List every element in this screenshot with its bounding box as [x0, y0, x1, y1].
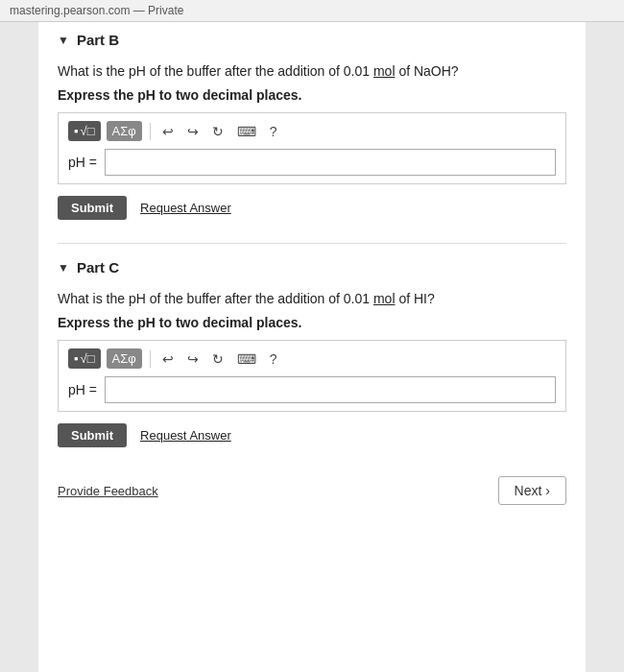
- part-c-keyboard-icon: ⌨: [237, 351, 256, 367]
- provide-feedback-link[interactable]: Provide Feedback: [58, 484, 158, 498]
- part-c-answer-input[interactable]: [105, 376, 556, 403]
- next-button-label: Next: [515, 483, 542, 498]
- part-c-redo-btn[interactable]: ↪: [183, 349, 203, 369]
- part-b-redo-icon: ↪: [187, 124, 199, 139]
- part-b-label: Part B: [77, 32, 119, 48]
- part-b-refresh-icon: ↻: [212, 124, 224, 139]
- part-c-question: What is the pH of the buffer after the a…: [58, 289, 566, 309]
- part-b-undo-btn[interactable]: ↩: [158, 122, 178, 141]
- part-c-help-icon: ?: [270, 351, 277, 367]
- part-c-undo-icon: ↩: [162, 351, 174, 367]
- part-c-matrix-icon: ▪: [74, 351, 79, 366]
- part-c-keyboard-btn[interactable]: ⌨: [233, 349, 260, 369]
- part-c-separator-1: [150, 350, 151, 368]
- part-b-matrix-btn[interactable]: ▪ √□: [68, 121, 101, 141]
- part-c-header: ▼ Part C: [58, 259, 566, 276]
- part-b-section: ▼ Part B What is the pH of the buffer af…: [58, 32, 566, 220]
- part-b-greek-btn[interactable]: ΑΣφ: [107, 121, 142, 141]
- part-b-submit-button[interactable]: Submit: [58, 196, 127, 220]
- part-c-section: ▼ Part C What is the pH of the buffer af…: [58, 259, 566, 447]
- part-c-request-answer-link[interactable]: Request Answer: [140, 428, 231, 443]
- part-b-help-icon: ?: [270, 124, 277, 139]
- part-b-collapse-arrow[interactable]: ▼: [58, 34, 69, 47]
- part-b-header: ▼ Part B: [58, 32, 566, 48]
- part-c-instruction: Express the pH to two decimal places.: [58, 315, 566, 330]
- part-b-buttons-row: Submit Request Answer: [58, 196, 566, 220]
- part-c-matrix-btn[interactable]: ▪ √□: [68, 348, 101, 369]
- part-c-refresh-btn[interactable]: ↻: [208, 349, 228, 369]
- part-b-request-answer-link[interactable]: Request Answer: [140, 201, 231, 215]
- part-b-help-btn[interactable]: ?: [266, 122, 281, 141]
- part-b-ph-label: pH =: [68, 155, 97, 170]
- part-c-refresh-icon: ↻: [212, 351, 224, 367]
- part-c-label: Part C: [77, 259, 119, 276]
- part-b-input-row: pH =: [68, 149, 556, 176]
- next-button[interactable]: Next ›: [498, 476, 566, 505]
- part-c-submit-button[interactable]: Submit: [58, 423, 127, 447]
- part-c-input-row: pH =: [68, 376, 556, 403]
- part-b-refresh-btn[interactable]: ↻: [208, 122, 228, 141]
- part-c-help-btn[interactable]: ?: [266, 349, 281, 369]
- part-c-greek-btn[interactable]: ΑΣφ: [107, 348, 142, 369]
- part-b-answer-input[interactable]: [105, 149, 556, 176]
- next-button-chevron-icon: ›: [545, 483, 550, 498]
- part-b-instruction: Express the pH to two decimal places.: [58, 87, 566, 103]
- part-b-sqrt-icon: √□: [81, 124, 95, 138]
- part-c-undo-btn[interactable]: ↩: [158, 349, 178, 369]
- footer-row: Provide Feedback Next ›: [58, 476, 566, 505]
- part-b-undo-icon: ↩: [162, 124, 174, 139]
- part-b-redo-btn[interactable]: ↪: [183, 122, 203, 141]
- part-b-separator-1: [150, 123, 151, 140]
- browser-bar: mastering.pearson.com — Private: [0, 0, 624, 22]
- part-b-toolbar: ▪ √□ ΑΣφ ↩ ↪ ↻ ⌨: [68, 121, 556, 141]
- section-divider: [58, 243, 566, 244]
- part-b-matrix-icon: ▪: [74, 124, 79, 138]
- part-c-answer-box: ▪ √□ ΑΣφ ↩ ↪ ↻ ⌨: [58, 340, 566, 412]
- part-c-ph-label: pH =: [68, 382, 97, 397]
- part-c-toolbar: ▪ √□ ΑΣφ ↩ ↪ ↻ ⌨: [68, 348, 556, 369]
- part-c-sqrt-icon: √□: [81, 351, 95, 366]
- part-b-keyboard-icon: ⌨: [237, 124, 256, 139]
- page-content: ▼ Part B What is the pH of the buffer af…: [38, 22, 586, 672]
- browser-url: mastering.pearson.com — Private: [10, 4, 183, 17]
- part-b-question: What is the pH of the buffer after the a…: [58, 61, 566, 82]
- part-b-keyboard-btn[interactable]: ⌨: [233, 122, 260, 141]
- part-c-collapse-arrow[interactable]: ▼: [58, 261, 69, 275]
- part-c-buttons-row: Submit Request Answer: [58, 423, 566, 447]
- part-c-greek-label: ΑΣφ: [112, 351, 136, 366]
- part-b-greek-label: ΑΣφ: [112, 124, 136, 138]
- part-b-answer-box: ▪ √□ ΑΣφ ↩ ↪ ↻ ⌨: [58, 112, 566, 184]
- part-c-redo-icon: ↪: [187, 351, 199, 367]
